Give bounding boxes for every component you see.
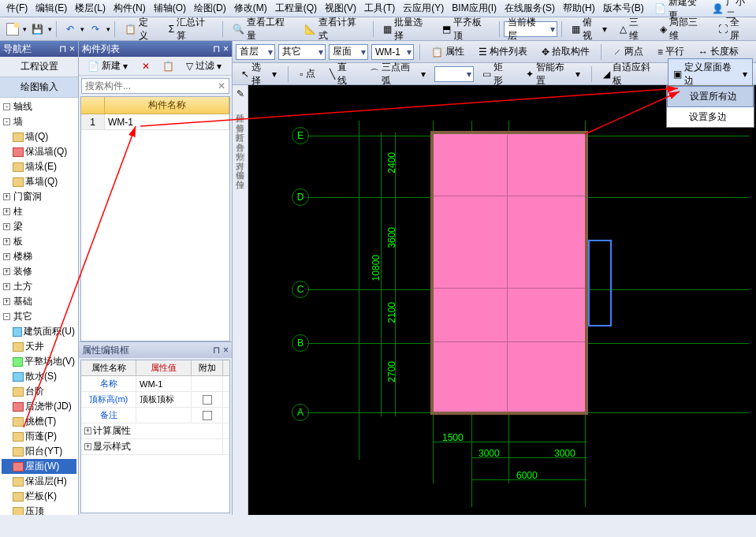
fullscreen-button[interactable]: ⛶ 全屏 — [713, 13, 753, 45]
tree-item[interactable]: 建筑面积(U) — [2, 324, 76, 339]
prop-pin-icon[interactable]: ⊓ — [213, 345, 220, 356]
tree-item[interactable]: +门窗洞 — [2, 189, 76, 204]
comp-panel-header: 构件列表 ⊓ × — [79, 41, 232, 57]
tree-item[interactable]: 雨蓬(P) — [2, 429, 76, 444]
prop-row[interactable]: 名称WM-1 — [81, 376, 229, 392]
tree-item[interactable]: 台阶 — [2, 384, 76, 399]
offset-tool[interactable]: 偏移 — [233, 162, 248, 166]
tree-item[interactable]: 栏板(K) — [2, 489, 76, 504]
comp-header-name: 构件名称 — [105, 97, 229, 114]
props-button[interactable]: 📋 属性 — [426, 43, 470, 61]
undo-icon[interactable]: ↶ — [61, 20, 79, 39]
break-tool[interactable]: 打断 — [233, 125, 248, 128]
roof-edge-dropdown: 设置所有边 设置多边 — [666, 85, 754, 128]
local-3d-button[interactable]: ◈ 局部三维 — [654, 13, 711, 45]
batch-select-button[interactable]: ▦ 批量选择 — [378, 13, 436, 45]
menu-edit[interactable]: 编辑(E) — [32, 0, 70, 17]
tree-item[interactable]: +柱 — [2, 204, 76, 219]
copy-comp-icon[interactable]: 📋 — [158, 57, 177, 76]
category-select[interactable]: 其它 — [278, 44, 326, 60]
prop-group[interactable]: + 计算属性 — [81, 423, 229, 439]
save-icon[interactable]: 💾 — [28, 20, 47, 39]
redo-icon[interactable]: ↷ — [86, 20, 104, 39]
search-box[interactable]: ✕ — [81, 78, 229, 94]
comp-row[interactable]: 1 WM-1 — [81, 114, 229, 130]
comp-pin-icon[interactable]: ⊓ — [213, 43, 220, 54]
top-view-button[interactable]: ▦ 俯视 ▾ — [566, 13, 613, 45]
merge-tool[interactable]: 合并 — [233, 134, 248, 137]
tree-item[interactable]: 屋面(W) — [2, 459, 76, 474]
menu-online[interactable]: 在线服务(S) — [501, 0, 558, 17]
component-panel: 构件列表 ⊓ × 📄 新建 ▾ ✕ 📋 ▽ 过滤 ▾ ✕ 构件名称 1 WM-1 — [79, 41, 233, 515]
filter-button[interactable]: ▽ 过滤 ▾ — [181, 57, 227, 75]
tree-item[interactable]: 后浇带(JD) — [2, 399, 76, 414]
roof-shape[interactable] — [430, 131, 588, 415]
main-toolbar: ▾ 💾 ▾ ↶ ▾ ↷ ▾ 📋 定义 Σ 汇总计算 🔍 查看工程量 📐 查看计算… — [0, 17, 756, 41]
stretch-tool[interactable]: 拉伸 — [233, 172, 248, 175]
menu-file[interactable]: 件(F) — [3, 0, 31, 17]
prop-row[interactable]: 备注 — [81, 408, 229, 423]
tree-item[interactable]: 散水(S) — [2, 369, 76, 384]
floor-select[interactable]: 首层 — [236, 44, 275, 60]
tree-item[interactable]: 保温墙(Q) — [2, 144, 76, 159]
tree-item[interactable]: 阳台(YT) — [2, 444, 76, 459]
arc-options[interactable] — [434, 66, 474, 82]
tree-item[interactable]: -轴线 — [2, 99, 76, 114]
nav-section-drawing[interactable]: 绘图输入 — [0, 77, 78, 98]
tree-item[interactable]: -墙 — [2, 114, 76, 129]
tree-item[interactable]: 挑檐(T) — [2, 414, 76, 429]
view-calc-button[interactable]: 📐 查看计算式 — [299, 13, 369, 45]
prop-group[interactable]: + 显示样式 — [81, 439, 229, 455]
tree-item[interactable]: 幕墙(Q) — [2, 174, 76, 189]
tree-item[interactable]: 保温层(H) — [2, 474, 76, 489]
floor-combo[interactable]: 当前楼层 — [504, 21, 557, 37]
comp-toolbar: 📄 新建 ▾ ✕ 📋 ▽ 过滤 ▾ — [79, 57, 232, 76]
dropdown-set-all-edges[interactable]: 设置所有边 — [667, 86, 754, 107]
tree-item[interactable]: 墙垛(E) — [2, 159, 76, 174]
sum-calc-button[interactable]: Σ 汇总计算 — [163, 13, 218, 45]
dimension-total: 10800 — [371, 255, 382, 281]
define-button[interactable]: 📋 定义 — [119, 13, 162, 45]
tree-item[interactable]: +装修 — [2, 264, 76, 279]
flat-top-button[interactable]: ⬒ 平齐板顶 — [437, 13, 495, 45]
nav-panel-header: 导航栏 ⊓ × — [0, 41, 78, 57]
dropdown-set-multi-edges[interactable]: 设置多边 — [667, 107, 754, 127]
roof-select[interactable]: 屋面 — [329, 44, 368, 60]
prop-row[interactable]: 顶标高(m)顶板顶标 — [81, 392, 229, 408]
nav-section-settings[interactable]: 工程设置 — [0, 57, 78, 77]
search-clear-icon[interactable]: ✕ — [218, 80, 225, 91]
wm-select[interactable]: WM-1 — [371, 44, 414, 60]
delete-comp-icon[interactable]: ✕ — [136, 57, 155, 76]
align-tool[interactable]: 对齐 — [233, 153, 248, 156]
blue-outline — [588, 240, 612, 326]
comp-table: 构件名称 1 WM-1 — [80, 96, 230, 341]
3d-button[interactable]: △ 三维 — [614, 13, 653, 45]
tree-item[interactable]: +基础 — [2, 294, 76, 309]
comp-close-icon[interactable]: × — [223, 43, 229, 54]
tree-item[interactable]: +土方 — [2, 279, 76, 294]
new-file-icon[interactable] — [3, 20, 21, 39]
tree-item[interactable]: 墙(Q) — [2, 129, 76, 144]
nav-pin-icon[interactable]: ⊓ — [59, 43, 66, 54]
tree-item[interactable]: 平整场地(V) — [2, 354, 76, 369]
tree-item[interactable]: 压顶 — [2, 504, 76, 515]
tree-item[interactable]: +楼梯 — [2, 249, 76, 264]
point-tool[interactable]: ▫ 点 — [294, 65, 320, 83]
prop-close-icon[interactable]: × — [223, 345, 229, 356]
nav-close-icon[interactable]: × — [69, 43, 75, 54]
menu-floor[interactable]: 楼层(L) — [72, 0, 109, 17]
drawing-canvas[interactable]: E D C B A 2400 3600 2100 2700 10800 1500… — [248, 85, 756, 515]
search-input[interactable] — [85, 80, 218, 91]
tree-item[interactable]: 天井 — [2, 339, 76, 354]
extend-tool[interactable]: 延伸 — [233, 106, 248, 109]
side-toolbar: ✎ 延伸 修剪 打断 合并 分割 对齐 偏移 拉伸 — [233, 85, 248, 515]
pencil-tool-icon[interactable]: ✎ — [236, 88, 244, 99]
trim-tool[interactable]: 修剪 — [233, 115, 248, 118]
property-panel: 属性编辑框 ⊓ × 属性名称 属性值 附加 名称WM-1顶标高(m)顶板顶标备注… — [79, 341, 232, 515]
tree-item[interactable]: +板 — [2, 234, 76, 249]
split-tool[interactable]: 分割 — [233, 144, 248, 147]
view-qty-button[interactable]: 🔍 查看工程量 — [227, 13, 297, 45]
tree-item[interactable]: +梁 — [2, 219, 76, 234]
tree-item[interactable]: -其它 — [2, 309, 76, 324]
new-comp-button[interactable]: 📄 新建 ▾ — [82, 57, 133, 75]
